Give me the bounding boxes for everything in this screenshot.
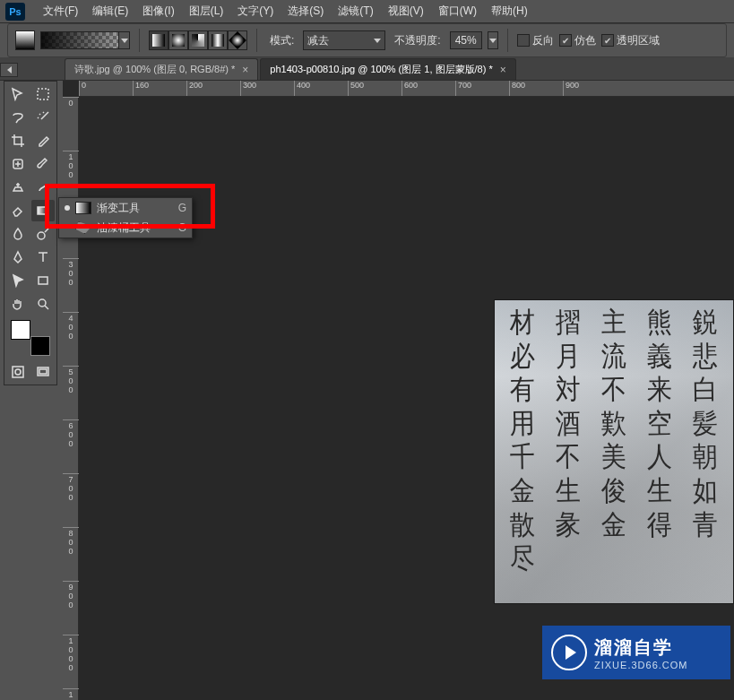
calligraphy-char: 青 — [692, 508, 718, 541]
flyout-item-grad[interactable]: 渐变工具G — [59, 198, 192, 218]
ruler-tick: 160 — [133, 81, 186, 97]
calligraphy-char: 彖 — [556, 508, 582, 541]
eyedropper-tool[interactable] — [31, 130, 55, 151]
blur-tool[interactable] — [6, 223, 30, 245]
menu-edit[interactable]: 编辑(E) — [85, 0, 135, 22]
menu-file[interactable]: 文件(F) — [36, 0, 85, 22]
flyout-item-bucket[interactable]: 油漆桶工具G — [59, 218, 192, 238]
gradient-tool-flyout: 渐变工具G油漆桶工具G — [58, 197, 193, 238]
menu-select[interactable]: 选择(S) — [281, 0, 331, 22]
foreground-color[interactable] — [11, 320, 30, 340]
gradient-tool[interactable] — [31, 200, 55, 221]
svg-rect-9 — [39, 369, 47, 374]
menu-help[interactable]: 帮助(H) — [484, 0, 535, 22]
dither-checkbox[interactable]: 仿色 — [559, 33, 596, 48]
reverse-checkbox[interactable]: 反向 — [517, 33, 554, 48]
gradient-linear-button[interactable] — [149, 30, 168, 50]
calligraphy-column: 熊義来空人生得 — [636, 307, 682, 596]
history-brush-tool[interactable] — [31, 177, 55, 198]
calligraphy-char: 熊 — [646, 306, 672, 339]
dodge-tool[interactable] — [31, 223, 55, 245]
svg-point-5 — [39, 299, 46, 307]
rectangle-tool[interactable] — [31, 270, 55, 291]
ruler-tick: 900 — [63, 581, 79, 635]
menu-window[interactable]: 窗口(W) — [431, 0, 484, 22]
calligraphy-char: 美 — [601, 440, 627, 473]
ruler-tick: 1000 — [63, 635, 79, 688]
menu-filter[interactable]: 滤镜(T) — [331, 0, 380, 22]
color-swatch[interactable] — [11, 320, 50, 356]
gradient-type-group — [149, 30, 247, 50]
hand-tool[interactable] — [6, 293, 30, 315]
menu-image[interactable]: 图像(I) — [135, 0, 181, 22]
canvas[interactable]: 材必有用千金散尽摺月対酒不生彖主流不歎美俊金熊義来空人生得鋭悲白髪朝如青 溜溜自… — [79, 97, 734, 700]
calligraphy-char: 不 — [556, 440, 582, 473]
gradient-angle-button[interactable] — [188, 30, 208, 50]
ruler-tick: 800 — [63, 527, 79, 581]
calligraphy-char: 如 — [692, 474, 718, 507]
gradient-reflected-button[interactable] — [208, 30, 228, 50]
calligraphy-column: 鋭悲白髪朝如青 — [682, 307, 728, 596]
menu-type[interactable]: 文字(Y) — [230, 0, 281, 22]
opacity-dropdown-icon[interactable] — [488, 31, 498, 49]
svg-rect-6 — [13, 367, 23, 377]
tab-document-2[interactable]: ph1403-p00810.jpg @ 100% (图层 1, 图层蒙版/8) … — [260, 58, 515, 80]
close-icon[interactable]: × — [242, 64, 248, 76]
pen-tool[interactable] — [6, 246, 30, 268]
gradient-diamond-button[interactable] — [228, 30, 247, 50]
blend-mode-dropdown[interactable]: 减去 — [303, 30, 385, 50]
calligraphy-char: 流 — [601, 340, 627, 373]
ruler-tick: 500 — [348, 81, 402, 97]
crop-tool[interactable] — [6, 130, 30, 151]
svg-rect-4 — [39, 277, 47, 284]
path-selection-tool[interactable] — [6, 270, 30, 291]
brush-tool[interactable] — [31, 153, 55, 175]
ruler-tick: 300 — [240, 81, 294, 97]
calligraphy-char: 人 — [646, 440, 672, 473]
lasso-tool[interactable] — [6, 107, 30, 128]
calligraphy-column: 主流不歎美俊金 — [592, 307, 637, 596]
calligraphy-char: 得 — [646, 508, 672, 541]
calligraphy-char: 生 — [646, 474, 672, 507]
healing-brush-tool[interactable] — [6, 153, 30, 175]
menu-layer[interactable]: 图层(L) — [182, 0, 231, 22]
ruler-tick: 300 — [63, 258, 79, 312]
zoom-tool[interactable] — [31, 293, 55, 315]
magic-wand-tool[interactable] — [31, 107, 55, 128]
calligraphy-char: 金 — [510, 474, 536, 507]
gradient-radial-button[interactable] — [168, 30, 188, 50]
transparency-checkbox[interactable]: 透明区域 — [601, 33, 660, 48]
marquee-tool[interactable] — [31, 83, 55, 105]
menu-view[interactable]: 视图(V) — [381, 0, 431, 22]
ruler-tick: 0 — [63, 97, 79, 151]
tab-document-1[interactable]: 诗歌.jpg @ 100% (图层 0, RGB/8#) *× — [65, 58, 258, 80]
ruler-tick: 1100 — [63, 688, 79, 700]
calligraphy-char: 用 — [510, 407, 536, 440]
close-icon[interactable]: × — [500, 64, 506, 76]
gradient-picker-dropdown-icon[interactable] — [119, 31, 130, 49]
ruler-tick: 400 — [63, 312, 79, 366]
collapse-strip[interactable] — [0, 63, 18, 77]
move-tool[interactable] — [6, 83, 30, 105]
calligraphy-char: 尽 — [510, 541, 536, 575]
ruler-tick: 100 — [63, 151, 79, 204]
quick-mask-tool[interactable] — [6, 361, 30, 383]
ruler-tick: 800 — [509, 81, 563, 97]
calligraphy-char: 酒 — [556, 407, 582, 440]
type-tool[interactable] — [31, 246, 55, 268]
gradient-swatch-icon[interactable] — [15, 30, 35, 50]
opacity-input[interactable]: 45% — [450, 31, 482, 49]
calligraphy-column: 材必有用千金散尽 — [500, 307, 546, 596]
calligraphy-char: 散 — [510, 508, 536, 541]
ruler-tick: 0 — [79, 81, 133, 97]
gradient-picker[interactable] — [40, 31, 119, 49]
document-tabs: 诗歌.jpg @ 100% (图层 0, RGB/8#) *× ph1403-p… — [0, 57, 734, 81]
background-color[interactable] — [30, 336, 50, 356]
screen-mode-tool[interactable] — [31, 361, 55, 383]
tools-panel — [4, 81, 57, 385]
calligraphy-column: 摺月対酒不生彖 — [546, 307, 592, 596]
ps-logo-icon: Ps — [5, 3, 25, 21]
calligraphy-char: 歎 — [601, 407, 627, 440]
clone-stamp-tool[interactable] — [6, 177, 30, 198]
eraser-tool[interactable] — [6, 200, 30, 221]
